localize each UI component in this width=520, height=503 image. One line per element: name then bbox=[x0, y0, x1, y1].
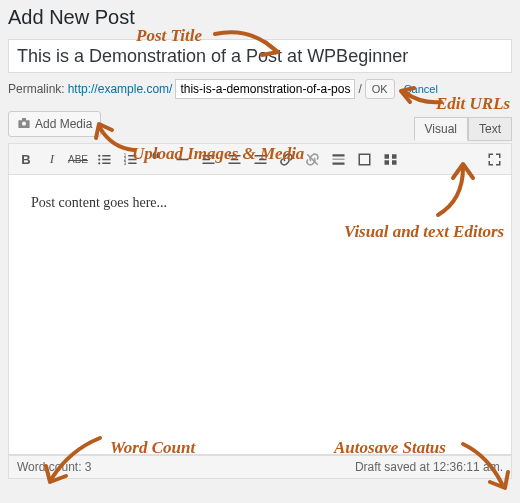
svg-rect-21 bbox=[228, 162, 240, 164]
toolbar-toggle-button[interactable] bbox=[377, 147, 403, 171]
svg-rect-8 bbox=[102, 162, 110, 164]
svg-point-5 bbox=[98, 158, 100, 160]
blockquote-button[interactable]: ❝ bbox=[143, 147, 169, 171]
read-more-button[interactable] bbox=[325, 147, 351, 171]
svg-rect-28 bbox=[332, 162, 344, 164]
distraction-free-icon[interactable] bbox=[351, 147, 377, 171]
svg-rect-32 bbox=[384, 160, 389, 165]
permalink-ok-button[interactable]: OK bbox=[365, 79, 395, 99]
word-count: Word count: 3 bbox=[17, 460, 92, 474]
svg-rect-23 bbox=[259, 158, 267, 160]
svg-rect-17 bbox=[202, 158, 210, 160]
strike-button[interactable]: ABE bbox=[65, 147, 91, 171]
svg-point-2 bbox=[22, 121, 26, 125]
permalink-slug-input[interactable] bbox=[175, 79, 355, 99]
tab-visual[interactable]: Visual bbox=[414, 117, 468, 141]
post-title-input[interactable] bbox=[8, 39, 512, 73]
permalink-cancel-button[interactable]: Cancel bbox=[398, 79, 444, 99]
svg-rect-19 bbox=[228, 155, 240, 157]
camera-icon bbox=[17, 116, 31, 133]
svg-rect-24 bbox=[254, 162, 266, 164]
unlink-button[interactable] bbox=[299, 147, 325, 171]
svg-rect-14 bbox=[128, 162, 136, 164]
svg-rect-22 bbox=[254, 155, 266, 157]
number-list-button[interactable]: 123 bbox=[117, 147, 143, 171]
svg-rect-33 bbox=[392, 160, 397, 165]
permalink-label: Permalink: bbox=[8, 82, 65, 96]
svg-rect-4 bbox=[102, 155, 110, 157]
svg-rect-20 bbox=[230, 158, 238, 160]
status-bar: Word count: 3 Draft saved at 12:36:11 am… bbox=[8, 455, 512, 479]
svg-rect-18 bbox=[202, 162, 214, 164]
svg-rect-12 bbox=[128, 158, 136, 160]
bullet-list-button[interactable] bbox=[91, 147, 117, 171]
svg-rect-31 bbox=[392, 154, 397, 159]
italic-button[interactable]: I bbox=[39, 147, 65, 171]
svg-text:3: 3 bbox=[123, 160, 126, 165]
align-center-button[interactable] bbox=[221, 147, 247, 171]
tab-text[interactable]: Text bbox=[468, 117, 512, 141]
svg-point-7 bbox=[98, 162, 100, 164]
align-left-button[interactable] bbox=[195, 147, 221, 171]
svg-rect-15 bbox=[176, 158, 188, 160]
post-content-text: Post content goes here... bbox=[31, 195, 167, 210]
svg-rect-6 bbox=[102, 158, 110, 160]
post-content-editor[interactable]: Post content goes here... bbox=[8, 175, 512, 455]
svg-point-3 bbox=[98, 154, 100, 156]
permalink-row: Permalink: http://example.com/ / OK Canc… bbox=[8, 79, 512, 99]
svg-rect-16 bbox=[202, 155, 214, 157]
editor-wrap: Visual Text B I ABE 123 ❝ Post content g… bbox=[8, 143, 512, 479]
hr-button[interactable] bbox=[169, 147, 195, 171]
permalink-slash: / bbox=[358, 82, 361, 96]
autosave-status: Draft saved at 12:36:11 am. bbox=[355, 460, 503, 474]
svg-rect-1 bbox=[22, 118, 26, 121]
link-button[interactable] bbox=[273, 147, 299, 171]
fullscreen-button[interactable] bbox=[481, 147, 507, 171]
page-title: Add New Post bbox=[8, 6, 512, 29]
add-media-label: Add Media bbox=[35, 117, 92, 131]
svg-rect-10 bbox=[128, 155, 136, 157]
add-media-button[interactable]: Add Media bbox=[8, 111, 101, 137]
permalink-base-link[interactable]: http://example.com/ bbox=[68, 82, 173, 96]
svg-rect-26 bbox=[332, 154, 344, 156]
align-right-button[interactable] bbox=[247, 147, 273, 171]
bold-button[interactable]: B bbox=[13, 147, 39, 171]
editor-tabs: Visual Text bbox=[414, 117, 512, 141]
editor-toolbar: B I ABE 123 ❝ bbox=[8, 143, 512, 175]
svg-rect-30 bbox=[384, 154, 389, 159]
svg-rect-29 bbox=[359, 154, 370, 165]
svg-rect-27 bbox=[332, 158, 344, 159]
